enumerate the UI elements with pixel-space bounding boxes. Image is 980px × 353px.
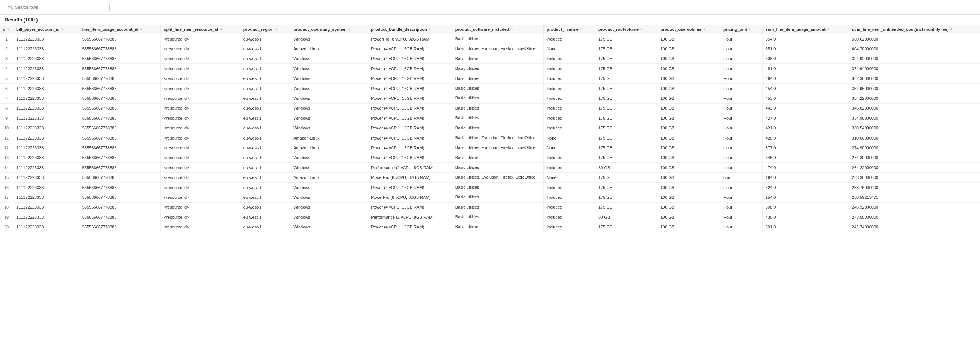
table-cell: <resource id> xyxy=(161,44,240,54)
col-header-split-line[interactable]: split_line_item_resource_id ▼ xyxy=(161,25,240,34)
col-header-product-os[interactable]: product_operating_system ▼ xyxy=(290,25,368,34)
table-cell: eu-west-1 xyxy=(240,143,290,153)
table-container[interactable]: # ▼ bill_payer_account_id ▼ line_item_us… xyxy=(0,25,980,232)
table-cell: 12 xyxy=(0,143,13,153)
table-cell: 250.59213471 xyxy=(848,192,980,202)
search-input[interactable] xyxy=(15,5,106,9)
table-cell: 11 xyxy=(0,133,13,142)
sort-icon-product-os: ▼ xyxy=(347,27,351,31)
table-cell: 3 xyxy=(0,54,13,63)
table-cell: Included xyxy=(544,113,595,123)
table-cell: 555566667778888 xyxy=(79,202,161,212)
table-cell: Hour xyxy=(720,74,762,83)
table-cell: Power (4 vCPU, 16GB RAM) xyxy=(368,113,452,123)
table-cell: 258.76000000 xyxy=(848,182,980,192)
col-header-row-num[interactable]: # ▼ xyxy=(0,25,13,34)
table-cell: Windows xyxy=(290,113,368,123)
table-cell: 111122223333 xyxy=(13,153,79,162)
col-header-product-software[interactable]: product_software_included ▼ xyxy=(452,25,543,34)
table-cell: Hour xyxy=(720,212,762,222)
table-cell: 555566667778888 xyxy=(79,54,161,63)
col-header-sum-usage-amount[interactable]: sum_line_item_usage_amount ▼ xyxy=(762,25,848,34)
table-row: 20111122223333555566667778888<resource i… xyxy=(0,222,980,232)
table-cell: Windows xyxy=(290,83,368,93)
table-cell: None xyxy=(544,173,595,182)
table-cell: Windows xyxy=(290,123,368,133)
table-cell: Windows xyxy=(290,74,368,83)
table-cell: Amazon Linux xyxy=(290,133,368,142)
table-cell: Included xyxy=(544,192,595,202)
table-row: 5111122223333555566667778888<resource id… xyxy=(0,74,980,83)
table-cell: Hour xyxy=(720,222,762,232)
table-cell: 100 GB xyxy=(657,34,721,44)
table-cell: <resource id> xyxy=(161,123,240,133)
col-header-sum-unblended-cost[interactable]: sum_line_item_unblended_cost(incl monthl… xyxy=(848,25,980,34)
table-cell: 111122223333 xyxy=(13,64,79,74)
col-header-product-license[interactable]: product_license ▼ xyxy=(544,25,595,34)
table-row: 18111122223333555566667778888<resource i… xyxy=(0,202,980,212)
table-cell: Hour xyxy=(720,192,762,202)
table-cell: Included xyxy=(544,212,595,222)
table-cell: Hour xyxy=(720,133,762,142)
table-cell: 555566667778888 xyxy=(79,74,161,83)
table-cell: 111122223333 xyxy=(13,192,79,202)
table-cell: 555566667778888 xyxy=(79,133,161,142)
table-cell: 111122223333 xyxy=(13,113,79,123)
table-cell: Power (4 vCPU, 16GB RAM) xyxy=(368,93,452,103)
table-cell: eu-west-1 xyxy=(240,44,290,54)
table-cell: 555566667778888 xyxy=(79,182,161,192)
table-cell: 354.0 xyxy=(762,34,848,44)
table-row: 1111122223333555566667778888<resource id… xyxy=(0,34,980,44)
table-cell: eu-west-1 xyxy=(240,103,290,113)
table-cell: Hour xyxy=(720,143,762,153)
table-cell: 17 xyxy=(0,192,13,202)
sort-icon-product-rootvol: ▼ xyxy=(640,27,643,31)
table-cell: Basic utilities, Evolution, Firefox, Lib… xyxy=(452,143,543,153)
table-cell: 334.98000000 xyxy=(848,113,980,123)
table-cell: Windows xyxy=(290,182,368,192)
table-cell: 175 GB xyxy=(595,54,657,63)
table-cell: 555566667778888 xyxy=(79,143,161,153)
table-cell: 175 GB xyxy=(595,123,657,133)
table-cell: Included xyxy=(544,64,595,74)
table-row: 6111122223333555566667778888<resource id… xyxy=(0,83,980,93)
table-row: 13111122223333555566667778888<resource i… xyxy=(0,153,980,162)
table-cell: 175 GB xyxy=(595,143,657,153)
table-cell: eu-west-1 xyxy=(240,182,290,192)
table-cell: 164.0 xyxy=(762,173,848,182)
table-cell: 111122223333 xyxy=(13,222,79,232)
table-cell: 175 GB xyxy=(595,133,657,142)
table-cell: eu-west-1 xyxy=(240,74,290,83)
table-cell: Hour xyxy=(720,113,762,123)
table-cell: eu-west-1 xyxy=(240,163,290,173)
sort-icon-product-bundle: ▼ xyxy=(428,27,431,31)
table-cell: Windows xyxy=(290,93,368,103)
table-cell: 7 xyxy=(0,93,13,103)
table-cell: Power (4 vCPU, 16GB RAM) xyxy=(368,103,452,113)
table-cell: Basic utilities xyxy=(452,182,543,192)
table-cell: 111122223333 xyxy=(13,123,79,133)
table-cell: 5 xyxy=(0,74,13,83)
table-cell: Included xyxy=(544,74,595,83)
col-header-product-rootvol[interactable]: product_rootvolume ▼ xyxy=(595,25,657,34)
table-cell: Power (4 vCPU, 16GB RAM) xyxy=(368,182,452,192)
table-cell: <resource id> xyxy=(161,64,240,74)
table-cell: Included xyxy=(544,202,595,212)
col-header-product-bundle[interactable]: product_bundle_description ▼ xyxy=(368,25,452,34)
col-header-product-region[interactable]: product_region ▼ xyxy=(240,25,290,34)
col-header-product-uservol[interactable]: product_uservolume ▼ xyxy=(657,25,721,34)
table-cell: Basic utilities xyxy=(452,74,543,83)
table-cell: Windows xyxy=(290,202,368,212)
table-cell: 100 GB xyxy=(657,143,721,153)
col-header-pricing-unit[interactable]: pricing_unit ▼ xyxy=(720,25,762,34)
search-icon: 🔍 xyxy=(8,5,14,10)
col-header-line-item-usage[interactable]: line_item_usage_account_id ▼ xyxy=(79,25,161,34)
table-cell: 474.0 xyxy=(762,163,848,173)
table-cell: Hour xyxy=(720,54,762,63)
table-cell: 111122223333 xyxy=(13,34,79,44)
table-cell: 80 GB xyxy=(595,163,657,173)
table-cell: Power (4 vCPU, 16GB RAM) xyxy=(368,74,452,83)
col-header-bill-payer[interactable]: bill_payer_account_id ▼ xyxy=(13,25,79,34)
table-cell: 394.92000000 xyxy=(848,54,980,63)
search-box[interactable]: 🔍 xyxy=(5,3,110,11)
